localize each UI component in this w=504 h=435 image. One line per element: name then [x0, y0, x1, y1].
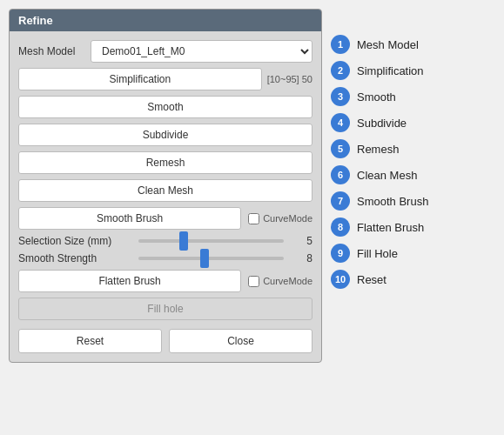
- legend-badge: 5: [331, 139, 350, 158]
- smooth-button[interactable]: Smooth: [18, 96, 312, 118]
- legend-item: 3 Smooth: [331, 87, 428, 106]
- legend-label: Remesh: [357, 143, 399, 156]
- legend-label: Clean Mesh: [357, 169, 417, 182]
- legend-item: 10 Reset: [331, 270, 428, 289]
- legend-badge: 8: [331, 218, 350, 237]
- legend-label: Simplification: [357, 64, 424, 77]
- close-button[interactable]: Close: [169, 329, 312, 353]
- legend-badge: 7: [331, 191, 350, 211]
- panel-title: Refine: [10, 10, 321, 31]
- selection-size-value: 5: [291, 235, 312, 247]
- legend-badge: 9: [331, 244, 350, 263]
- mesh-model-select[interactable]: Demo01_Left_M0: [91, 40, 312, 63]
- curve-mode-2-checkbox[interactable]: [248, 276, 259, 287]
- smooth-strength-row: Smooth Strength 8: [18, 252, 312, 264]
- legend-badge: 6: [331, 165, 350, 184]
- selection-size-slider[interactable]: [138, 239, 284, 243]
- simplification-button[interactable]: Simplification: [18, 68, 262, 90]
- smooth-brush-row: Smooth Brush CurveMode: [18, 207, 312, 230]
- mesh-model-label: Mesh Model: [18, 45, 84, 57]
- smooth-strength-value: 8: [291, 252, 312, 264]
- bottom-row: Reset Close: [18, 329, 312, 353]
- reset-button[interactable]: Reset: [18, 329, 162, 353]
- subdivide-button[interactable]: Subdivide: [18, 124, 312, 146]
- legend-label: Fill Hole: [357, 247, 398, 260]
- legend-label: Flatten Brush: [357, 221, 424, 234]
- clean-mesh-button[interactable]: Clean Mesh: [18, 179, 312, 202]
- legend-label: Mesh Model: [357, 38, 419, 51]
- legend-label: Subdivide: [357, 117, 407, 130]
- legend-item: 2 Simplification: [331, 61, 428, 80]
- smooth-strength-label: Smooth Strength: [18, 252, 131, 264]
- curve-mode-1-label[interactable]: CurveMode: [248, 213, 312, 224]
- curve-mode-1-checkbox[interactable]: [248, 213, 259, 224]
- fill-hole-button[interactable]: Fill hole: [18, 298, 312, 320]
- refine-panel: Refine Mesh Model Demo01_Left_M0 Simplif…: [9, 9, 322, 363]
- legend-item: 4 Subdivide: [331, 113, 428, 132]
- legend-label: Smooth Brush: [357, 195, 428, 208]
- legend-badge: 4: [331, 113, 350, 132]
- selection-size-label: Selection Size (mm): [18, 235, 131, 247]
- remesh-button[interactable]: Remesh: [18, 151, 312, 174]
- legend-badge: 1: [331, 35, 350, 54]
- smooth-brush-button[interactable]: Smooth Brush: [18, 207, 241, 230]
- legend-item: 1 Mesh Model: [331, 35, 428, 54]
- mesh-model-row: Mesh Model Demo01_Left_M0: [18, 40, 312, 63]
- legend-item: 8 Flatten Brush: [331, 218, 428, 237]
- legend-item: 9 Fill Hole: [331, 244, 428, 263]
- legend: 1 Mesh Model 2 Simplification 3 Smooth 4…: [331, 9, 428, 289]
- smooth-strength-slider[interactable]: [138, 257, 284, 260]
- panel-body: Mesh Model Demo01_Left_M0 Simplification…: [10, 31, 321, 362]
- legend-item: 6 Clean Mesh: [331, 165, 428, 184]
- legend-item: 7 Smooth Brush: [331, 191, 428, 211]
- legend-badge: 3: [331, 87, 350, 106]
- selection-size-row: Selection Size (mm) 5: [18, 235, 312, 247]
- main-layout: Refine Mesh Model Demo01_Left_M0 Simplif…: [9, 9, 428, 363]
- curve-mode-2-label[interactable]: CurveMode: [248, 276, 312, 287]
- legend-badge: 2: [331, 61, 350, 80]
- simplification-row: Simplification [10~95] 50: [18, 68, 312, 90]
- legend-label: Smooth: [357, 90, 396, 104]
- flatten-brush-button[interactable]: Flatten Brush: [18, 270, 241, 292]
- legend-item: 5 Remesh: [331, 139, 428, 158]
- legend-badge: 10: [331, 270, 350, 289]
- flatten-brush-row: Flatten Brush CurveMode: [18, 270, 312, 292]
- simplification-range: [10~95] 50: [267, 74, 312, 84]
- legend-label: Reset: [357, 273, 386, 286]
